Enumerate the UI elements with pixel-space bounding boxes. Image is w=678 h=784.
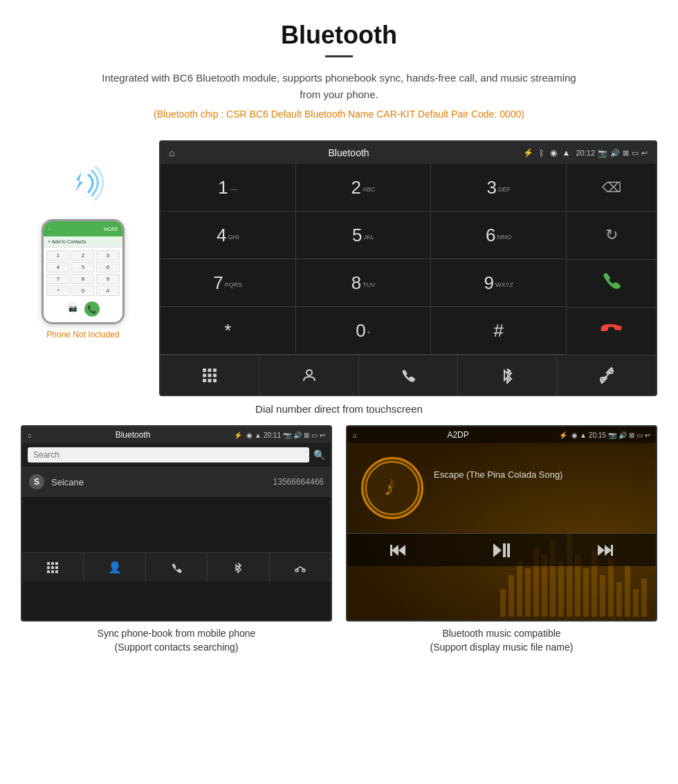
key-6[interactable]: 6MNO (431, 212, 566, 259)
status-right: 20:12 📷 🔊 ⊠ ▭ ↩ (576, 149, 648, 158)
pb-status-title: Bluetooth (36, 430, 230, 440)
pb-dialpad-btn[interactable] (22, 553, 84, 581)
svg-rect-39 (633, 589, 639, 617)
music-caption-line2: (Support display music file name) (430, 642, 574, 653)
contact-letter: S (29, 474, 44, 489)
toolbar-dialpad-btn[interactable] (161, 355, 259, 395)
wifi-icon: ▲ (562, 148, 571, 158)
key-9[interactable]: 9WXYZ (431, 259, 566, 306)
svg-rect-23 (500, 589, 506, 617)
phone-top-bar: ← MORE (44, 221, 122, 236)
pb-user-btn[interactable]: 👤 (84, 553, 145, 581)
svg-marker-45 (398, 545, 405, 556)
music-time: 20:15 (589, 431, 606, 439)
key-0[interactable]: 0+ (296, 307, 432, 354)
svg-rect-19 (51, 570, 54, 573)
page-header: Bluetooth Integrated with BC6 Bluetooth … (0, 0, 678, 127)
volume-icon: 🔊 (610, 149, 620, 158)
pb-time: 20:11 (264, 431, 281, 439)
phone-dialpad-area: 1 2 3 4 5 6 7 8 9 * 0 # 📷 📞 (44, 248, 122, 322)
music-next-btn[interactable] (587, 534, 622, 566)
svg-rect-14 (55, 562, 58, 565)
pb-usb-icon: ⚡ (234, 431, 242, 439)
svg-rect-16 (51, 566, 54, 569)
music-screen: ⌂ A2DP ⚡ ◉ ▲ 20:15 📷 🔊 ⊠ ▭ ↩ (346, 425, 657, 622)
svg-marker-51 (605, 545, 612, 556)
phone-call-btn: 📞 (84, 301, 100, 317)
key-8[interactable]: 8TUV (296, 259, 432, 306)
svg-rect-25 (517, 561, 522, 617)
pb-back-icon: ↩ (320, 431, 325, 439)
pb-phone-btn[interactable] (146, 553, 208, 581)
backspace-icon: ⌫ (602, 179, 621, 196)
svg-rect-1 (208, 368, 212, 372)
car-toolbar (161, 355, 656, 395)
phonebook-search-input[interactable] (28, 447, 309, 463)
svg-rect-4 (208, 373, 212, 377)
music-screen-bg: ⌂ A2DP ⚡ ◉ ▲ 20:15 📷 🔊 ⊠ ▭ ↩ (347, 427, 656, 620)
contact-number: 13566664466 (273, 477, 324, 487)
svg-rect-37 (616, 582, 622, 617)
pb-bluetooth-btn[interactable] (208, 553, 269, 581)
svg-point-22 (302, 569, 305, 572)
svg-rect-15 (47, 566, 50, 569)
window-icon: ▭ (632, 149, 639, 158)
status-title: Bluetooth (180, 147, 517, 158)
svg-rect-48 (503, 543, 506, 557)
search-icon: 🔍 (313, 449, 325, 460)
music-caption: Bluetooth music compatible (Support disp… (346, 622, 657, 654)
toolbar-contacts-btn[interactable] (259, 355, 358, 395)
title-divider (325, 55, 353, 57)
toolbar-bluetooth-btn[interactable] (458, 355, 557, 395)
music-prev-btn[interactable] (381, 534, 416, 566)
phone-key-6: 6 (96, 262, 120, 272)
music-controls (347, 533, 656, 566)
refresh-btn[interactable]: ↻ (567, 212, 656, 259)
phonebook-screen: ⌂ Bluetooth ⚡ ◉ ▲ 20:11 📷 🔊 ⊠ ▭ ↩ 🔍 (21, 425, 332, 622)
svg-rect-2 (213, 368, 217, 372)
key-4[interactable]: 4GHI (161, 212, 296, 259)
svg-rect-5 (213, 373, 217, 377)
backspace-btn[interactable]: ⌫ (567, 164, 656, 212)
phone-key-3: 3 (96, 250, 120, 261)
music-home-icon: ⌂ (353, 431, 357, 439)
key-3[interactable]: 3DEF (431, 164, 566, 211)
music-statusbar: ⌂ A2DP ⚡ ◉ ▲ 20:15 📷 🔊 ⊠ ▭ ↩ (347, 427, 656, 443)
svg-rect-20 (55, 570, 58, 573)
call-end-btn[interactable] (567, 308, 656, 355)
svg-rect-49 (507, 543, 510, 557)
svg-rect-52 (611, 545, 613, 556)
svg-rect-30 (558, 561, 564, 617)
music-gps-icon: ◉ (571, 431, 578, 439)
key-7[interactable]: 7PQRS (161, 259, 296, 306)
time-display: 20:12 (576, 149, 595, 157)
contact-name: Seicane (51, 477, 266, 487)
key-hash[interactable]: # (431, 307, 566, 354)
music-usb-icon: ⚡ (559, 431, 567, 439)
svg-marker-50 (598, 545, 605, 556)
key-1[interactable]: 1·— (161, 164, 296, 211)
music-play-pause-btn[interactable] (484, 534, 519, 566)
svg-rect-18 (47, 570, 50, 573)
pb-volume-icon: 🔊 (293, 431, 302, 439)
call-answer-btn[interactable] (567, 260, 656, 308)
phonebook-caption: Sync phone-book from mobile phone (Suppo… (21, 622, 332, 654)
svg-marker-47 (493, 543, 502, 557)
music-back-icon: ↩ (645, 431, 650, 439)
toolbar-link-btn[interactable] (558, 355, 656, 395)
pb-close-icon: ⊠ (304, 431, 309, 439)
key-2[interactable]: 2ABC (296, 164, 432, 211)
key-star[interactable]: * (161, 307, 296, 354)
key-5[interactable]: 5JKL (296, 212, 432, 259)
music-content: ♪ ᛒ Escape (The Pina Colada Song) (347, 443, 656, 533)
pb-home-icon: ⌂ (28, 431, 32, 439)
music-caption-line1: Bluetooth music compatible (442, 628, 560, 639)
car-statusbar: ⌂ Bluetooth ⚡ ᛒ ◉ ▲ 20:12 📷 🔊 ⊠ ▭ ↩ (161, 142, 656, 164)
svg-rect-8 (213, 379, 217, 382)
pb-link-btn[interactable] (270, 553, 331, 581)
contact-row[interactable]: S Seicane 13566664466 (22, 467, 331, 497)
dialpad-row-4: * 0+ # (161, 307, 566, 355)
user-icon: 👤 (108, 561, 122, 574)
toolbar-phone-btn[interactable] (359, 355, 458, 395)
music-album-art: ♪ ᛒ (361, 457, 423, 519)
